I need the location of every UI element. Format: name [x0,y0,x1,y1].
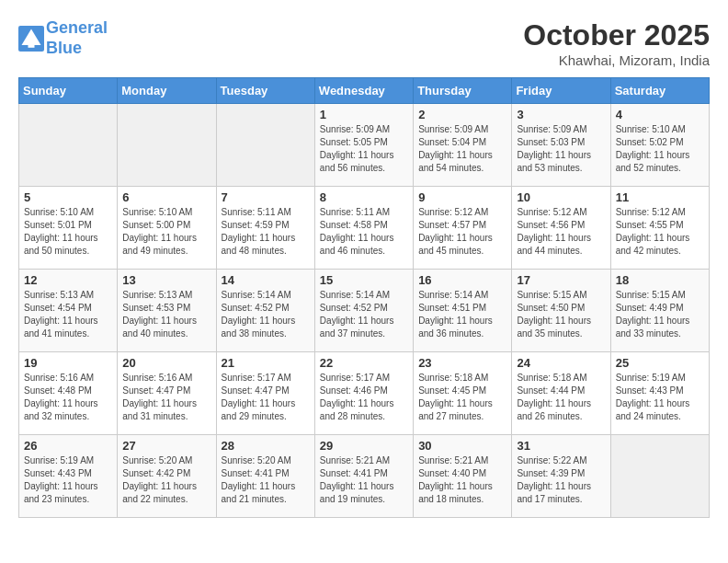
day-info: Sunrise: 5:20 AM Sunset: 4:41 PM Dayligh… [222,454,310,506]
day-info: Sunrise: 5:21 AM Sunset: 4:41 PM Dayligh… [320,454,408,506]
day-number: 7 [222,190,310,204]
day-number: 1 [320,108,408,121]
day-info: Sunrise: 5:16 AM Sunset: 4:47 PM Dayligh… [122,372,210,423]
day-number: 8 [320,190,408,204]
day-info: Sunrise: 5:14 AM Sunset: 4:52 PM Dayligh… [222,289,310,340]
day-info: Sunrise: 5:11 AM Sunset: 4:58 PM Dayligh… [320,206,408,258]
day-cell: 9Sunrise: 5:12 AM Sunset: 4:57 PM Daylig… [414,187,512,270]
day-info: Sunrise: 5:22 AM Sunset: 4:39 PM Dayligh… [517,454,605,506]
day-header-wednesday: Wednesday [314,78,413,104]
day-info: Sunrise: 5:15 AM Sunset: 4:49 PM Dayligh… [616,289,704,340]
day-number: 29 [320,439,408,453]
day-cell: 13Sunrise: 5:13 AM Sunset: 4:53 PM Dayli… [118,270,216,352]
day-number: 9 [418,190,506,204]
day-cell [19,104,118,187]
day-cell: 12Sunrise: 5:13 AM Sunset: 4:54 PM Dayli… [19,270,118,352]
day-cell: 20Sunrise: 5:16 AM Sunset: 4:47 PM Dayli… [118,352,216,435]
week-row-2: 5Sunrise: 5:10 AM Sunset: 5:01 PM Daylig… [19,187,710,270]
day-info: Sunrise: 5:10 AM Sunset: 5:00 PM Dayligh… [122,206,210,258]
day-cell: 29Sunrise: 5:21 AM Sunset: 4:41 PM Dayli… [314,435,413,518]
day-info: Sunrise: 5:11 AM Sunset: 4:59 PM Dayligh… [222,206,310,258]
day-number: 6 [122,190,210,204]
day-number: 25 [616,356,704,370]
day-cell: 1Sunrise: 5:09 AM Sunset: 5:05 PM Daylig… [314,104,413,187]
day-number: 14 [222,273,310,287]
week-row-5: 26Sunrise: 5:19 AM Sunset: 4:43 PM Dayli… [19,435,710,518]
day-number: 17 [517,273,605,287]
day-header-tuesday: Tuesday [216,78,314,104]
day-number: 13 [122,273,210,287]
day-cell: 26Sunrise: 5:19 AM Sunset: 4:43 PM Dayli… [19,435,118,518]
day-info: Sunrise: 5:19 AM Sunset: 4:43 PM Dayligh… [616,372,704,423]
day-number: 5 [24,190,112,204]
day-number: 19 [24,356,112,370]
day-cell: 22Sunrise: 5:17 AM Sunset: 4:46 PM Dayli… [314,352,413,435]
day-number: 16 [418,273,506,287]
day-cell: 5Sunrise: 5:10 AM Sunset: 5:01 PM Daylig… [19,187,118,270]
day-cell: 2Sunrise: 5:09 AM Sunset: 5:04 PM Daylig… [414,104,512,187]
day-number: 23 [418,356,506,370]
day-number: 28 [222,439,310,453]
day-info: Sunrise: 5:14 AM Sunset: 4:52 PM Dayligh… [320,289,408,340]
day-cell: 16Sunrise: 5:14 AM Sunset: 4:51 PM Dayli… [414,270,512,352]
day-info: Sunrise: 5:21 AM Sunset: 4:40 PM Dayligh… [418,454,506,506]
day-cell: 18Sunrise: 5:15 AM Sunset: 4:49 PM Dayli… [610,270,709,352]
day-info: Sunrise: 5:18 AM Sunset: 4:45 PM Dayligh… [418,372,506,423]
day-cell: 23Sunrise: 5:18 AM Sunset: 4:45 PM Dayli… [414,352,512,435]
day-info: Sunrise: 5:19 AM Sunset: 4:43 PM Dayligh… [24,454,112,506]
header-row: SundayMondayTuesdayWednesdayThursdayFrid… [19,78,710,104]
day-cell: 19Sunrise: 5:16 AM Sunset: 4:48 PM Dayli… [19,352,118,435]
day-cell: 11Sunrise: 5:12 AM Sunset: 4:55 PM Dayli… [610,187,709,270]
title-block: October 2025 Khawhai, Mizoram, India [523,18,710,68]
location: Khawhai, Mizoram, India [523,52,710,68]
day-number: 12 [24,273,112,287]
day-cell: 15Sunrise: 5:14 AM Sunset: 4:52 PM Dayli… [314,270,413,352]
day-cell: 3Sunrise: 5:09 AM Sunset: 5:03 PM Daylig… [512,104,610,187]
day-cell: 7Sunrise: 5:11 AM Sunset: 4:59 PM Daylig… [216,187,314,270]
day-info: Sunrise: 5:20 AM Sunset: 4:42 PM Dayligh… [122,454,210,506]
week-row-1: 1Sunrise: 5:09 AM Sunset: 5:05 PM Daylig… [19,104,710,187]
day-number: 27 [122,439,210,453]
day-cell: 31Sunrise: 5:22 AM Sunset: 4:39 PM Dayli… [512,435,610,518]
day-info: Sunrise: 5:12 AM Sunset: 4:57 PM Dayligh… [418,206,506,258]
day-info: Sunrise: 5:16 AM Sunset: 4:48 PM Dayligh… [24,372,112,423]
day-number: 11 [616,190,704,204]
day-cell: 24Sunrise: 5:18 AM Sunset: 4:44 PM Dayli… [512,352,610,435]
day-cell: 6Sunrise: 5:10 AM Sunset: 5:00 PM Daylig… [118,187,216,270]
svg-rect-2 [28,43,35,47]
week-row-3: 12Sunrise: 5:13 AM Sunset: 4:54 PM Dayli… [19,270,710,352]
calendar-table: SundayMondayTuesdayWednesdayThursdayFrid… [18,77,710,518]
day-cell: 25Sunrise: 5:19 AM Sunset: 4:43 PM Dayli… [610,352,709,435]
logo: General Blue [18,18,108,58]
day-info: Sunrise: 5:09 AM Sunset: 5:03 PM Dayligh… [517,123,605,175]
day-number: 3 [517,108,605,121]
day-cell: 17Sunrise: 5:15 AM Sunset: 4:50 PM Dayli… [512,270,610,352]
day-info: Sunrise: 5:10 AM Sunset: 5:02 PM Dayligh… [616,123,704,175]
day-cell [216,104,314,187]
day-cell: 28Sunrise: 5:20 AM Sunset: 4:41 PM Dayli… [216,435,314,518]
day-cell [610,435,709,518]
month-title: October 2025 [523,18,710,52]
logo-line2: Blue [46,39,82,57]
day-number: 18 [616,273,704,287]
day-header-sunday: Sunday [19,78,118,104]
day-number: 15 [320,273,408,287]
day-number: 4 [616,108,704,121]
day-number: 24 [517,356,605,370]
day-info: Sunrise: 5:10 AM Sunset: 5:01 PM Dayligh… [24,206,112,258]
day-cell: 8Sunrise: 5:11 AM Sunset: 4:58 PM Daylig… [314,187,413,270]
day-cell: 4Sunrise: 5:10 AM Sunset: 5:02 PM Daylig… [610,104,709,187]
day-info: Sunrise: 5:15 AM Sunset: 4:50 PM Dayligh… [517,289,605,340]
day-cell: 30Sunrise: 5:21 AM Sunset: 4:40 PM Dayli… [414,435,512,518]
day-header-saturday: Saturday [610,78,709,104]
day-cell: 27Sunrise: 5:20 AM Sunset: 4:42 PM Dayli… [118,435,216,518]
day-info: Sunrise: 5:12 AM Sunset: 4:55 PM Dayligh… [616,206,704,258]
day-header-friday: Friday [512,78,610,104]
day-info: Sunrise: 5:13 AM Sunset: 4:54 PM Dayligh… [24,289,112,340]
day-info: Sunrise: 5:17 AM Sunset: 4:46 PM Dayligh… [320,372,408,423]
day-info: Sunrise: 5:09 AM Sunset: 5:05 PM Dayligh… [320,123,408,175]
logo-icon [18,26,44,52]
day-cell: 10Sunrise: 5:12 AM Sunset: 4:56 PM Dayli… [512,187,610,270]
page-header: General Blue October 2025 Khawhai, Mizor… [18,18,710,68]
day-header-monday: Monday [118,78,216,104]
